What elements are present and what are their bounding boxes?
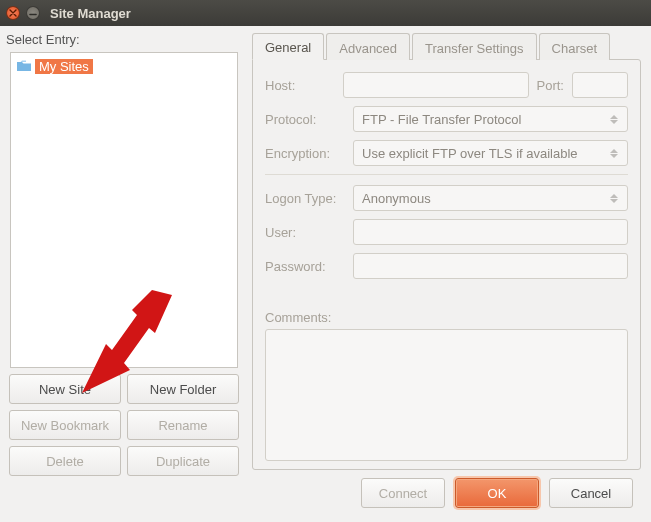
tree-item-label: My Sites (35, 59, 93, 74)
user-input[interactable] (353, 219, 628, 245)
updown-icon (609, 115, 619, 124)
separator (265, 174, 628, 175)
cancel-button[interactable]: Cancel (549, 478, 633, 508)
new-bookmark-button: New Bookmark (9, 410, 121, 440)
password-input[interactable] (353, 253, 628, 279)
duplicate-button: Duplicate (127, 446, 239, 476)
ok-button[interactable]: OK (455, 478, 539, 508)
window-title: Site Manager (50, 6, 131, 21)
comments-label: Comments: (265, 310, 345, 325)
new-folder-button[interactable]: New Folder (127, 374, 239, 404)
connect-button: Connect (361, 478, 445, 508)
encryption-value: Use explicit FTP over TLS if available (362, 146, 578, 161)
protocol-label: Protocol: (265, 112, 345, 127)
tab-transfer-settings[interactable]: Transfer Settings (412, 33, 537, 60)
tab-general[interactable]: General (252, 33, 324, 60)
encryption-label: Encryption: (265, 146, 345, 161)
logon-type-label: Logon Type: (265, 191, 345, 206)
protocol-select[interactable]: FTP - File Transfer Protocol (353, 106, 628, 132)
tab-bar: General Advanced Transfer Settings Chars… (252, 32, 641, 59)
protocol-value: FTP - File Transfer Protocol (362, 112, 521, 127)
user-label: User: (265, 225, 345, 240)
tab-charset[interactable]: Charset (539, 33, 611, 60)
port-label: Port: (537, 78, 564, 93)
tab-pane-general: Host: Port: Protocol: FTP - File Transfe… (252, 59, 641, 470)
folder-icon (17, 59, 31, 73)
delete-button: Delete (9, 446, 121, 476)
encryption-select[interactable]: Use explicit FTP over TLS if available (353, 140, 628, 166)
window-close-icon[interactable] (6, 6, 20, 20)
tree-item-my-sites[interactable]: My Sites (17, 57, 93, 75)
updown-icon (609, 149, 619, 158)
host-label: Host: (265, 78, 335, 93)
window-titlebar: Site Manager (0, 0, 651, 26)
window-minimize-icon[interactable] (26, 6, 40, 20)
rename-button: Rename (127, 410, 239, 440)
host-input[interactable] (343, 72, 529, 98)
site-tree[interactable]: My Sites (10, 52, 238, 368)
select-entry-label: Select Entry: (6, 32, 80, 47)
settings-panel: General Advanced Transfer Settings Chars… (252, 32, 641, 470)
comments-textarea[interactable] (265, 329, 628, 461)
tab-advanced[interactable]: Advanced (326, 33, 410, 60)
logon-type-select[interactable]: Anonymous (353, 185, 628, 211)
password-label: Password: (265, 259, 345, 274)
dialog-action-bar: Connect OK Cancel (361, 478, 633, 508)
logon-type-value: Anonymous (362, 191, 431, 206)
port-input[interactable] (572, 72, 628, 98)
new-site-button[interactable]: New Site (9, 374, 121, 404)
updown-icon (609, 194, 619, 203)
